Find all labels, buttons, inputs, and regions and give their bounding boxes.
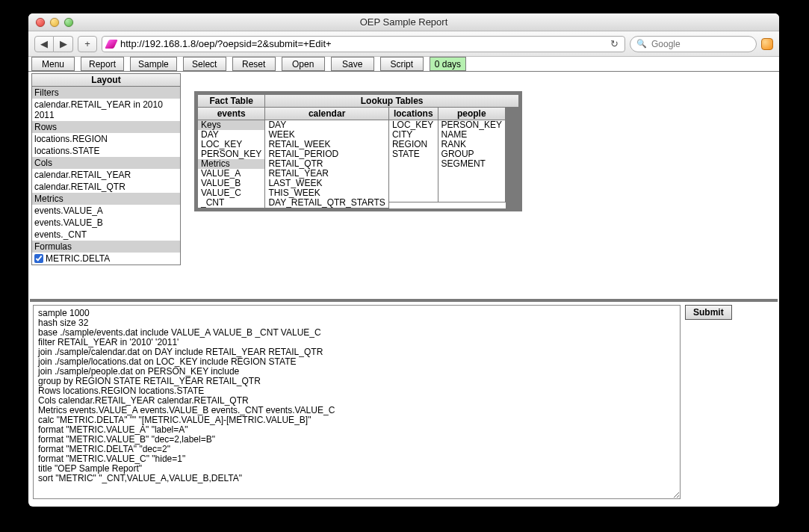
list-item[interactable]: STATE (389, 149, 438, 159)
toolbar: ◀ ▶ + ↻ 🔍 (28, 31, 779, 57)
menu-report[interactable]: Report (81, 57, 124, 71)
menu-script[interactable]: Script (380, 57, 424, 71)
list-item[interactable]: SEGMENT (438, 159, 505, 169)
menu-save[interactable]: Save (331, 57, 374, 71)
layout-item[interactable]: METRIC.DELTA (32, 253, 180, 265)
layout-item[interactable]: calendar.RETAIL_YEAR in 2010 2011 (32, 99, 180, 121)
search-icon: 🔍 (636, 39, 647, 49)
layout-group-rows[interactable]: Rows (32, 121, 180, 133)
submit-button[interactable]: Submit (685, 305, 732, 320)
tables-panel: Fact Table events Keys DAY LOC_KEY PERSO… (194, 91, 522, 211)
formula-checkbox[interactable] (34, 254, 43, 263)
layout-item[interactable]: events.VALUE_B (32, 217, 180, 229)
layout-heading: Layout (31, 73, 181, 87)
layout-group-filters[interactable]: Filters (32, 87, 180, 99)
menu-menu[interactable]: Menu (31, 57, 75, 71)
layout-group-formulas[interactable]: Formulas (32, 241, 180, 253)
lookup-tables: Lookup Tables calendar DAY WEEK RETAIL_W… (265, 94, 519, 208)
layout-panel: Layout Filters calendar.RETAIL_YEAR in 2… (31, 73, 181, 265)
lookup-header: Lookup Tables (265, 94, 519, 108)
menu-sample[interactable]: Sample (130, 57, 177, 71)
app-menubar: Menu Report Sample Select Reset Open Sav… (28, 57, 779, 72)
back-button[interactable]: ◀ (34, 36, 54, 52)
layout-item[interactable]: events.VALUE_A (32, 205, 180, 217)
window-title: OEP Sample Report (28, 16, 779, 28)
nav-buttons: ◀ ▶ (34, 36, 73, 52)
list-item[interactable]: DAY_RETAIL_QTR_STARTS (265, 198, 388, 208)
menu-open[interactable]: Open (282, 57, 325, 71)
layout-item[interactable]: calendar.RETAIL_QTR (32, 181, 180, 193)
url-input[interactable] (120, 38, 604, 49)
menu-reset[interactable]: Reset (232, 57, 276, 71)
layout-item-label: METRIC.DELTA (46, 253, 110, 264)
search-bar[interactable]: 🔍 (630, 36, 757, 52)
layout-list: Filters calendar.RETAIL_YEAR in 2010 201… (31, 87, 181, 265)
lookup-col-calendar: calendar DAY WEEK RETAIL_WEEK RETAIL_PER… (265, 108, 389, 208)
layout-item[interactable]: locations.STATE (32, 145, 180, 157)
lookup-col-header[interactable]: people (438, 108, 506, 120)
menu-select[interactable]: Select (183, 57, 226, 71)
list-item[interactable]: _CNT (198, 198, 264, 208)
fact-table-col: Fact Table events Keys DAY LOC_KEY PERSO… (197, 94, 265, 208)
lookup-col-header[interactable]: locations (389, 108, 438, 120)
layout-item[interactable]: locations.REGION (32, 133, 180, 145)
lookup-tail (506, 108, 519, 208)
content: Layout Filters calendar.RETAIL_YEAR in 2… (28, 72, 779, 502)
days-badge: 0 days (430, 57, 466, 71)
lookup-col-header[interactable]: calendar (265, 108, 389, 120)
site-icon (105, 40, 118, 49)
browser-window: OEP Sample Report ◀ ▶ + ↻ 🔍 Menu Report … (28, 13, 779, 507)
lookup-col-people: people PERSON_KEY NAME RANK GROUP SEGMEN… (438, 108, 506, 208)
search-input[interactable] (651, 39, 763, 49)
layout-group-cols[interactable]: Cols (32, 157, 180, 169)
layout-group-metrics[interactable]: Metrics (32, 193, 180, 205)
fact-table-body: Keys DAY LOC_KEY PERSON_KEY Metrics VALU… (197, 120, 265, 208)
fact-table-header: Fact Table (197, 94, 265, 108)
layout-item[interactable]: calendar.RETAIL_YEAR (32, 169, 180, 181)
script-textarea[interactable] (33, 305, 681, 499)
forward-button[interactable]: ▶ (54, 36, 73, 52)
rss-icon[interactable] (761, 38, 773, 50)
layout-item[interactable]: events._CNT (32, 229, 180, 241)
add-button[interactable]: + (78, 36, 97, 52)
lookup-col-locations: locations LOC_KEY CITY REGION STATE (389, 108, 438, 208)
reload-icon[interactable]: ↻ (609, 38, 620, 49)
url-bar[interactable]: ↻ (102, 36, 625, 52)
fact-table-sub[interactable]: events (197, 108, 265, 120)
titlebar: OEP Sample Report (28, 13, 779, 31)
